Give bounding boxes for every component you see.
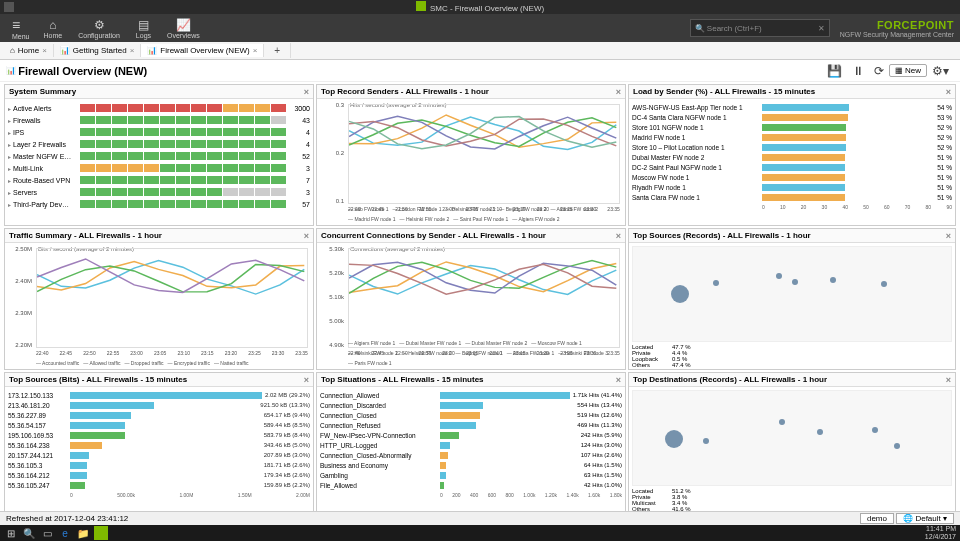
config-icon: ⚙ — [78, 18, 120, 32]
ie-icon[interactable]: e — [58, 526, 72, 540]
panel-load-by-sender: Load by Sender (%) - ALL Firewalls - 15 … — [628, 84, 956, 226]
nav-overviews[interactable]: 📈Overviews — [159, 18, 208, 39]
system-summary-row[interactable]: ▸Route-Based VPN7 — [8, 174, 310, 186]
situation-row[interactable]: Connection_Allowed1.71k Hits (41.4%) — [320, 390, 622, 400]
situation-row[interactable]: Connection_Discarded554 Hits (13.4%) — [320, 400, 622, 410]
explorer-icon[interactable]: 📁 — [76, 526, 90, 540]
domain-dropdown[interactable]: 🌐 Default ▾ — [896, 513, 954, 524]
situation-row[interactable]: Connection_Refused469 Hits (11.3%) — [320, 420, 622, 430]
refresh-icon[interactable]: ⟳ — [869, 64, 889, 78]
nav-logs[interactable]: ▤Logs — [128, 18, 159, 39]
task-view-icon[interactable]: ▭ — [40, 526, 54, 540]
close-icon[interactable]: × — [946, 375, 951, 385]
situation-row[interactable]: Connection_Closed-Abnormally107 Hits (2.… — [320, 450, 622, 460]
bits-row[interactable]: 55.36.54.157589.44 kB (8.5%) — [8, 420, 310, 430]
world-map[interactable] — [632, 390, 952, 486]
add-tab-button[interactable]: + — [264, 43, 291, 58]
nav-configuration[interactable]: ⚙Configuration — [70, 18, 128, 39]
close-icon[interactable]: × — [304, 231, 309, 241]
system-summary-row[interactable]: ▸Firewalls43 — [8, 114, 310, 126]
bits-row[interactable]: 55.36.105.3181.71 kB (2.6%) — [8, 460, 310, 470]
home-icon: ⌂ — [44, 18, 63, 32]
window-titlebar: SMC - Firewall Overview (NEW) — [0, 0, 960, 14]
status-bar: Refreshed at 2017-12-04 23:41:12 demo 🌐 … — [0, 511, 960, 525]
close-icon[interactable]: × — [946, 231, 951, 241]
panel-top-sources-bits: Top Sources (Bits) - ALL Firewalls - 15 … — [4, 372, 314, 514]
bits-row[interactable]: 55.36.105.247159.89 kB (2.2%) — [8, 480, 310, 490]
bits-row[interactable]: 55.36.164.238343.46 kB (5.0%) — [8, 440, 310, 450]
tab-getting-started[interactable]: 📊Getting Started× — [54, 44, 141, 57]
bits-row[interactable]: 173.12.150.1332.02 MB (29.2%) — [8, 390, 310, 400]
search-icon: 🔍 — [695, 24, 705, 33]
situation-row[interactable]: Gambling63 Hits (1.5%) — [320, 470, 622, 480]
load-row[interactable]: Store 10 – Pilot Location node 152 % — [632, 142, 952, 152]
close-icon[interactable]: × — [42, 46, 47, 55]
pause-icon[interactable]: ⏸ — [847, 64, 869, 78]
panel-top-sources-records: Top Sources (Records) - ALL Firewalls - … — [628, 228, 956, 370]
gear-icon[interactable]: ⚙▾ — [927, 64, 954, 78]
system-summary-row[interactable]: ▸Servers3 — [8, 186, 310, 198]
system-summary-row[interactable]: ▸Layer 2 Firewalls4 — [8, 138, 310, 150]
tab-bar: ⌂Home× 📊Getting Started× 📊Firewall Overv… — [0, 42, 960, 60]
situation-row[interactable]: HTTP_URL-Logged124 Hits (3.0%) — [320, 440, 622, 450]
load-row[interactable]: Store 101 NGFW node 152 % — [632, 122, 952, 132]
bits-row[interactable]: 195.106.169.53583.79 kB (8.4%) — [8, 430, 310, 440]
chart-icon: 📊 — [60, 46, 70, 55]
nav-home[interactable]: ⌂Home — [36, 18, 71, 39]
smc-app-icon[interactable] — [94, 526, 108, 540]
situation-row[interactable]: FW_New-IPsec-VPN-Connection242 Hits (5.9… — [320, 430, 622, 440]
situation-row[interactable]: File_Allowed42 Hits (1.0%) — [320, 480, 622, 490]
load-row[interactable]: DC-2 Saint Paul NGFW node 151 % — [632, 162, 952, 172]
load-row[interactable]: AWS-NGFW-US East-App Tier node 154 % — [632, 102, 952, 112]
brand: FORCEPOINT NGFW Security Management Cent… — [830, 19, 954, 38]
panel-traffic-summary: Traffic Summary - ALL Firewalls - 1 hour… — [4, 228, 314, 370]
close-icon[interactable]: × — [616, 375, 621, 385]
load-row[interactable]: Madrid FW node 152 % — [632, 132, 952, 142]
load-row[interactable]: DC-4 Santa Clara NGFW node 153 % — [632, 112, 952, 122]
load-row[interactable]: Moscow FW node 151 % — [632, 172, 952, 182]
clear-icon[interactable]: ✕ — [818, 24, 825, 33]
search-icon[interactable]: 🔍 — [22, 526, 36, 540]
overview-icon: 📊 — [6, 66, 16, 75]
panel-system-summary: System Summary× ▸Active Alerts3000▸Firew… — [4, 84, 314, 226]
close-icon[interactable]: × — [130, 46, 135, 55]
system-clock[interactable]: 11:41 PM 12/4/2017 — [925, 525, 956, 541]
bits-row[interactable]: 55.36.164.212179.34 kB (2.6%) — [8, 470, 310, 480]
system-summary-row[interactable]: ▸Active Alerts3000 — [8, 102, 310, 114]
window-title: SMC - Firewall Overview (NEW) — [430, 4, 544, 13]
close-icon[interactable]: × — [616, 231, 621, 241]
start-button[interactable]: ⊞ — [4, 526, 18, 540]
situation-row[interactable]: Business and Economy64 Hits (1.5%) — [320, 460, 622, 470]
bits-row[interactable]: 213.46.181.20921.50 kB (13.3%) — [8, 400, 310, 410]
load-row[interactable]: Santa Clara FW node 151 % — [632, 192, 952, 202]
system-summary-row[interactable]: ▸Third-Party Dev…57 — [8, 198, 310, 210]
tab-home[interactable]: ⌂Home× — [4, 44, 54, 57]
close-icon[interactable]: × — [304, 87, 309, 97]
bits-row[interactable]: 20.157.244.121207.89 kB (3.0%) — [8, 450, 310, 460]
chart-icon: 📊 — [147, 46, 157, 55]
dashboard-grid: System Summary× ▸Active Alerts3000▸Firew… — [0, 82, 960, 516]
panel-concurrent-connections: Concurrent Connections by Sender - ALL F… — [316, 228, 626, 370]
system-summary-row[interactable]: ▸Multi-Link3 — [8, 162, 310, 174]
close-icon[interactable]: × — [253, 46, 258, 55]
world-map[interactable] — [632, 246, 952, 342]
situation-row[interactable]: Connection_Closed519 Hits (12.6%) — [320, 410, 622, 420]
search-input[interactable]: 🔍 Search (Ctrl+F)✕ — [690, 19, 830, 37]
top-navigation: ≡Menu ⌂Home ⚙Configuration ▤Logs 📈Overvi… — [0, 14, 960, 42]
menu-button[interactable]: ≡Menu — [6, 17, 36, 40]
logs-icon: ▤ — [136, 18, 151, 32]
bits-row[interactable]: 55.36.227.89654.17 kB (9.4%) — [8, 410, 310, 420]
user-dropdown[interactable]: demo — [860, 513, 894, 524]
load-row[interactable]: Riyadh FW node 151 % — [632, 182, 952, 192]
system-summary-row[interactable]: ▸Master NGFW E…52 — [8, 150, 310, 162]
close-icon[interactable]: × — [616, 87, 621, 97]
close-icon[interactable]: × — [304, 375, 309, 385]
system-summary-row[interactable]: ▸IPS4 — [8, 126, 310, 138]
tab-firewall-overview[interactable]: 📊Firewall Overview (NEW)× — [141, 44, 264, 57]
load-row[interactable]: Dubai Master FW node 251 % — [632, 152, 952, 162]
app-icon — [4, 2, 14, 12]
close-icon[interactable]: × — [946, 87, 951, 97]
new-button[interactable]: ▦ New — [889, 64, 927, 77]
panel-top-destinations: Top Destinations (Records) - ALL Firewal… — [628, 372, 956, 514]
save-icon[interactable]: 💾 — [822, 64, 847, 78]
